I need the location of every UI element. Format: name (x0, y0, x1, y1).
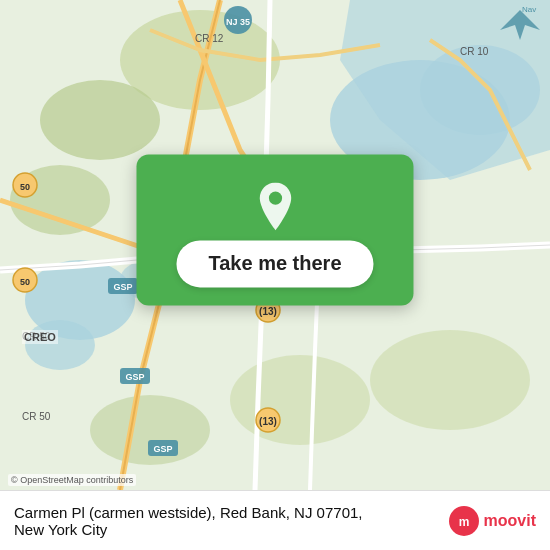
svg-text:(13): (13) (259, 416, 277, 427)
footer-text: Carmen Pl (carmen westside), Red Bank, N… (14, 504, 438, 538)
svg-point-2 (25, 320, 95, 370)
svg-point-38 (268, 192, 281, 205)
osm-credit: © OpenStreetMap contributors (8, 474, 136, 486)
svg-text:GSP: GSP (125, 372, 144, 382)
green-card: Take me there (136, 154, 413, 305)
address-line: Carmen Pl (carmen westside), Red Bank, N… (14, 504, 438, 521)
moovit-icon: m (448, 505, 480, 537)
creo-label: CREO (22, 330, 58, 344)
destination-card: Take me there (136, 154, 413, 305)
map-container: (13) (13) 50 GSP GSP GSP NJ 35 50 CR 50 … (0, 0, 550, 490)
city-line: New York City (14, 521, 438, 538)
svg-text:CR 50: CR 50 (22, 411, 51, 422)
location-pin-icon (251, 182, 299, 230)
svg-text:GSP: GSP (113, 282, 132, 292)
svg-text:(13): (13) (259, 306, 277, 317)
svg-text:GSP: GSP (153, 444, 172, 454)
svg-point-13 (370, 330, 530, 430)
moovit-text: moovit (484, 512, 536, 530)
svg-point-8 (40, 80, 160, 160)
footer: Carmen Pl (carmen westside), Red Bank, N… (0, 490, 550, 550)
svg-text:50: 50 (20, 277, 30, 287)
svg-text:CR 10: CR 10 (460, 46, 489, 57)
svg-point-11 (230, 355, 370, 445)
svg-text:CR 12: CR 12 (195, 33, 224, 44)
svg-text:NJ 35: NJ 35 (226, 17, 250, 27)
svg-text:Nav: Nav (522, 5, 536, 14)
svg-text:m: m (458, 515, 469, 529)
moovit-logo[interactable]: m moovit (448, 505, 536, 537)
svg-text:50: 50 (20, 182, 30, 192)
take-me-there-button[interactable]: Take me there (176, 240, 373, 287)
